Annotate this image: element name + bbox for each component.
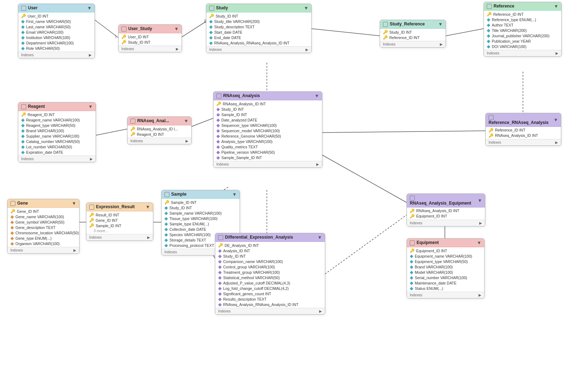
table-sample-header[interactable]: Sample ▼ — [162, 190, 240, 199]
table-de-analysis-header[interactable]: Differential_Expression_Analysis ▼ — [215, 233, 325, 242]
table-rnaseq-analysis-body: 🔑RNAseq_Analysis_ID INT ◆Study_ID INT ◆S… — [213, 100, 322, 161]
field-expr-sample-id: 🔑Sample_ID INT — [86, 223, 153, 228]
svg-line-0 — [93, 19, 118, 38]
table-study-reference-body: 🔑Study_ID INT 🔑Reference_ID INT — [380, 29, 446, 41]
table-user-study-indexes[interactable]: Indexes▶ — [119, 46, 182, 52]
field-study-ref-ref-id: 🔑Reference_ID INT — [380, 35, 446, 40]
table-rnaseq-analysis-header[interactable]: RNAseq_Analysis ▼ — [213, 92, 322, 100]
table-reagent-header[interactable]: Reagent ▼ — [18, 102, 96, 111]
table-rnaseq-anal-small-indexes[interactable]: Indexes▶ — [128, 138, 191, 144]
table-ref-rnaseq-analysis[interactable]: Reference_RNAseq_Analysis ▼ 🔑Reference_I… — [485, 113, 561, 146]
field-serial-number: ◆Serial_number VARCHAR(100) — [407, 275, 484, 280]
field-status: ◆Status ENUM(...) — [407, 286, 484, 291]
table-reference-arrow[interactable]: ▼ — [554, 4, 558, 9]
table-de-analysis-arrow[interactable]: ▼ — [317, 235, 322, 240]
table-user-body: 🔑User_ID INT ◆First_name VARCHAR(50) ◆La… — [18, 13, 95, 52]
table-rnaseq-analysis-arrow[interactable]: ▼ — [314, 93, 319, 99]
field-department: ◆Department VARCHAR(100) — [18, 40, 95, 46]
table-reagent[interactable]: Reagent ▼ 🔑Reagent_ID INT ◆Reagent_name … — [18, 102, 96, 162]
table-user-study-body: 🔑User_ID INT 🔑Study_ID INT — [119, 33, 182, 46]
table-reagent-indexes[interactable]: Indexes▶ — [18, 156, 96, 162]
table-reference-header[interactable]: Reference ▼ — [484, 2, 561, 11]
table-user-indexes[interactable]: Indexes▶ — [18, 52, 95, 58]
field-sample-study-id: ◆Study_ID INT — [162, 205, 240, 210]
field-gene-symbol: ◆Gene_symbol VARCHAR(50) — [8, 219, 79, 225]
table-de-analysis[interactable]: Differential_Expression_Analysis ▼ 🔑DE_A… — [215, 233, 325, 315]
table-rnaseq-equipment-body: 🔑RNAseq_Analysis_ID INT 🔑Equipment_ID IN… — [407, 207, 485, 220]
table-de-analysis-indexes[interactable]: Indexes▶ — [215, 308, 325, 314]
table-gene-header[interactable]: Gene ▼ — [8, 199, 79, 208]
table-rnaseq-equipment[interactable]: RNAseq_Analysis_Equipment ▼ 🔑RNAseq_Anal… — [407, 193, 485, 226]
table-rnaseq-anal-small-arrow[interactable]: ▼ — [184, 118, 188, 124]
field-seq-model: ◆Sequencer_model VARCHAR(100) — [213, 128, 322, 133]
field-equip-type: ◆Equipment_type VARCHAR(50) — [407, 259, 484, 264]
table-study[interactable]: Study ▼ 🔑Study_ID INT ◆Study_title VARCH… — [206, 4, 312, 53]
field-email: ◆Email VARCHAR(100) — [18, 29, 95, 35]
table-reagent-title: Reagent — [28, 104, 45, 109]
table-equipment-arrow[interactable]: ▼ — [477, 240, 481, 245]
table-study-header[interactable]: Study ▼ — [206, 4, 311, 13]
table-study-reference[interactable]: Study_Reference ▼ 🔑Study_ID INT 🔑Referen… — [380, 20, 446, 48]
field-end-date: ◆End_date DATE — [206, 35, 311, 40]
field-tissue-type: ◆Tissue_type VARCHAR(100) — [162, 216, 240, 221]
table-rnaseq-analysis[interactable]: RNAseq_Analysis ▼ 🔑RNAseq_Analysis_ID IN… — [213, 91, 322, 168]
table-user-study-arrow[interactable]: ▼ — [174, 26, 179, 32]
table-sample-arrow[interactable]: ▼ — [232, 192, 237, 197]
table-user-study[interactable]: User_Study ▼ 🔑User_ID INT 🔑Study_ID INT … — [118, 24, 182, 52]
field-organism: ◆Organism VARCHAR(100) — [8, 241, 79, 246]
field-reagent-id: 🔑Reagent_ID INT — [18, 112, 96, 117]
table-rnaseq-equipment-header[interactable]: RNAseq_Analysis_Equipment ▼ — [407, 194, 485, 207]
table-rnaseq-equipment-arrow[interactable]: ▼ — [477, 198, 482, 203]
table-reagent-arrow[interactable]: ▼ — [88, 104, 93, 109]
table-sample-title: Sample — [171, 192, 187, 197]
table-equipment-indexes[interactable]: Indexes▶ — [407, 292, 484, 298]
table-expression-result[interactable]: Expression_Result ▼ 🔑Result_ID INT 🔑Gene… — [86, 202, 153, 241]
table-rnaseq-analysis-indexes[interactable]: Indexes▶ — [213, 161, 322, 167]
table-user-arrow[interactable]: ▼ — [87, 5, 92, 11]
table-user[interactable]: User ▼ 🔑User_ID INT ◆First_name VARCHAR(… — [18, 4, 95, 58]
table-study-arrow[interactable]: ▼ — [304, 5, 308, 11]
field-sample-type: ◆Sample_type ENUM(...) — [162, 221, 240, 226]
table-study-reference-header[interactable]: Study_Reference ▼ — [380, 20, 446, 29]
field-control-group: ◆Control_group VARCHAR(100) — [215, 264, 325, 269]
field-rnaseq-id: ◆RNAseq_Analysis_RNAseq_Analysis_ID INT — [206, 40, 311, 46]
field-ref-genome: ◆Reference_Genome VARCHAR(50) — [213, 133, 322, 139]
table-equipment-header[interactable]: Equipment ▼ — [407, 239, 484, 247]
table-study-reference-arrow[interactable]: ▼ — [438, 21, 443, 27]
table-expression-result-indexes[interactable]: Indexes▶ — [86, 234, 153, 240]
table-expression-result-arrow[interactable]: ▼ — [145, 204, 150, 210]
table-study-reference-indexes[interactable]: Indexes▶ — [380, 41, 446, 47]
field-equip-model: ◆Model VARCHAR(100) — [407, 269, 484, 275]
field-de-id: 🔑DE_Analysis_ID INT — [215, 243, 325, 248]
table-ref-rnaseq-analysis-header[interactable]: Reference_RNAseq_Analysis ▼ — [486, 113, 561, 127]
table-icon — [164, 192, 169, 197]
table-gene[interactable]: Gene ▼ 🔑Gene_ID INT ◆Gene_name VARCHAR(1… — [7, 199, 80, 254]
table-rnaseq-anal-small-header[interactable]: RNAseq_Anal... ▼ — [128, 117, 191, 125]
field-study-id: 🔑Study_ID INT — [206, 13, 311, 19]
table-expression-result-header[interactable]: Expression_Result ▼ — [86, 203, 153, 211]
table-study-body: 🔑Study_ID INT ◆Study_title VARCHAR(200) … — [206, 13, 311, 46]
svg-line-9 — [190, 118, 213, 127]
table-gene-indexes[interactable]: Indexes▶ — [8, 247, 79, 253]
table-user-header[interactable]: User ▼ — [18, 4, 95, 13]
table-rnaseq-equipment-indexes[interactable]: Indexes▶ — [407, 220, 485, 226]
field-title: ◆Title VARCHAR(200) — [484, 28, 561, 33]
table-reference-indexes[interactable]: Indexes▶ — [484, 50, 561, 56]
table-user-study-header[interactable]: User_Study ▼ — [119, 25, 182, 33]
table-gene-body: 🔑Gene_ID INT ◆Gene_name VARCHAR(100) ◆Ge… — [8, 208, 79, 247]
table-rnaseq-anal-small[interactable]: RNAseq_Anal... ▼ 🔑RNAseq_Analysis_ID I..… — [127, 116, 192, 144]
table-reference[interactable]: Reference ▼ 🔑Reference_ID INT ◆Reference… — [484, 2, 562, 57]
field-reagent-brand: ◆Brand VARCHAR(100) — [18, 128, 96, 133]
field-gene-name: ◆Gene_name VARCHAR(100) — [8, 214, 79, 219]
table-ref-rnaseq-analysis-indexes[interactable]: Indexes▶ — [486, 139, 561, 145]
field-equip-rna-id: 🔑RNAseq_Analysis_ID INT — [407, 208, 485, 214]
table-study-reference-title: Study_Reference — [390, 21, 425, 27]
table-ref-rnaseq-analysis-arrow[interactable]: ▼ — [553, 117, 558, 123]
table-equipment[interactable]: Equipment ▼ 🔑Equipment_ID INT ◆Equipment… — [407, 238, 485, 298]
field-first-name: ◆First_name VARCHAR(50) — [18, 19, 95, 24]
table-gene-arrow[interactable]: ▼ — [72, 201, 76, 206]
field-de-study-id: ◆Study_ID INT — [215, 253, 325, 259]
table-study-indexes[interactable]: Indexes▶ — [206, 46, 311, 53]
field-expiration: ◆Expiration_date DATE — [18, 149, 96, 155]
field-de-analysis-id: ◆Analysis_ID INT — [215, 248, 325, 253]
